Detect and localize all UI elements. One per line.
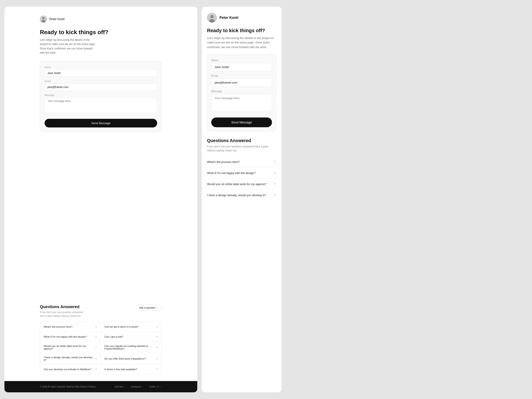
faq-item[interactable]: Can you migrate an existing website to F… (101, 342, 162, 353)
right-message-group: Message (211, 90, 272, 113)
email-label: Email (44, 80, 157, 82)
faq-item[interactable]: Can I get a trial? + (101, 332, 162, 342)
name-label: Name (44, 66, 157, 69)
ask-question-button[interactable]: Ask a question → (136, 304, 162, 311)
expand-icon: + (156, 325, 158, 329)
right-faq-subtitle: If you don't see your question answered … (207, 145, 276, 152)
expand-icon: + (156, 357, 158, 361)
expand-icon: + (95, 345, 97, 349)
right-faq-item[interactable]: What if I'm not happy with the design? + (207, 168, 276, 179)
right-message-label: Message (211, 90, 272, 93)
expand-icon: + (95, 325, 97, 329)
hero-description: Let's begin by discussing the details of… (40, 38, 98, 55)
footer: © 2024 All rights reserved. Built by Pet… (4, 381, 197, 392)
faq-item[interactable]: What if I'm not happy with the design? + (40, 332, 101, 342)
right-expand-icon: + (274, 160, 276, 164)
faq-subtitle: If you don't see your question answered … (40, 310, 84, 318)
right-expand-icon: + (274, 182, 276, 186)
expand-icon: + (156, 367, 158, 371)
right-faq-item[interactable]: What's the process here? + (207, 157, 276, 168)
expand-icon: + (95, 357, 97, 361)
right-panel: Peter Konti Ready to kick things off? Le… (202, 7, 282, 392)
right-email-label: Email (211, 74, 272, 77)
instagram-link[interactable]: Instagram → (131, 386, 144, 388)
right-name-label: Name (211, 59, 272, 62)
name-group: Name (44, 66, 157, 77)
faq-header: Questions Answered If you don't see your… (40, 304, 162, 318)
right-faq-title: Questions Answered (207, 138, 276, 143)
right-expand-icon: + (274, 193, 276, 197)
faq-section: Questions Answered If you don't see your… (4, 304, 197, 374)
email-group: Email (44, 80, 157, 91)
right-send-button[interactable]: Send Message (211, 117, 272, 127)
svg-point-4 (210, 15, 214, 18)
right-message-input[interactable] (211, 94, 272, 112)
right-author-name: Peter Konti (219, 16, 238, 20)
name-input[interactable] (44, 70, 157, 77)
expand-icon: + (95, 367, 97, 371)
faq-item[interactable]: Can you develop our website in Webflow? … (40, 364, 101, 374)
right-email-group: Email (211, 74, 272, 87)
right-hero-title: Ready to kick things off? (207, 27, 276, 34)
right-faq-item[interactable]: Would you do white label work for my age… (207, 179, 276, 190)
svg-point-1 (42, 17, 44, 19)
expand-icon: + (156, 335, 158, 339)
message-label: Message (44, 94, 157, 96)
contact-form-card: Name Email Message Send Message (40, 61, 162, 132)
footer-copyright: © 2024 All rights reserved. Built by Pet… (40, 386, 96, 388)
svg-point-2 (41, 20, 45, 23)
expand-icon: + (95, 335, 97, 339)
left-panel: Peter Konti Ready to kick things off? Le… (4, 7, 197, 392)
right-faq-section: Questions Answered If you don't see your… (207, 138, 276, 201)
right-email-input[interactable] (211, 78, 272, 87)
right-name-group: Name (211, 59, 272, 71)
right-avatar (207, 13, 217, 23)
right-contact-form-card: Name Email Message Send Message (207, 55, 276, 132)
faq-grid: What's the process here? + Can we get it… (40, 322, 162, 374)
author-name: Peter Konti (49, 17, 64, 21)
avatar (40, 16, 47, 23)
right-faq-list: What's the process here? + What if I'm n… (207, 157, 276, 201)
email-input[interactable] (44, 83, 157, 91)
faq-item[interactable]: Do you offer third party integrations? + (101, 353, 162, 364)
send-button[interactable]: Send Message (44, 119, 157, 127)
right-hero-description: Let's begin by discussing the details of… (207, 36, 276, 50)
faq-item[interactable]: Is there a free trial available? + (101, 364, 162, 374)
message-group: Message (44, 94, 157, 114)
youtube-link[interactable]: YouTube → (114, 386, 126, 388)
twitter-link[interactable]: Twitter / X → (149, 386, 162, 388)
right-expand-icon: + (274, 171, 276, 175)
faq-title: Questions Answered (40, 304, 84, 309)
message-input[interactable] (44, 98, 157, 113)
faq-item[interactable]: Would you do white label work for my age… (40, 342, 101, 353)
right-author-row: Peter Konti (207, 13, 276, 23)
author-row: Peter Konti (40, 16, 162, 23)
right-name-input[interactable] (211, 63, 272, 71)
faq-item[interactable]: Can we get it done in a week? + (101, 322, 162, 332)
faq-item[interactable]: What's the process here? + (40, 322, 101, 332)
svg-point-5 (209, 19, 215, 23)
expand-icon: + (156, 345, 158, 349)
right-faq-item[interactable]: I have a design already, would you devel… (207, 190, 276, 201)
hero-title: Ready to kick things off? (40, 29, 162, 36)
footer-links: YouTube → Instagram → Twitter / X → (114, 386, 162, 388)
faq-item[interactable]: I have a design already, would you devel… (40, 353, 101, 364)
